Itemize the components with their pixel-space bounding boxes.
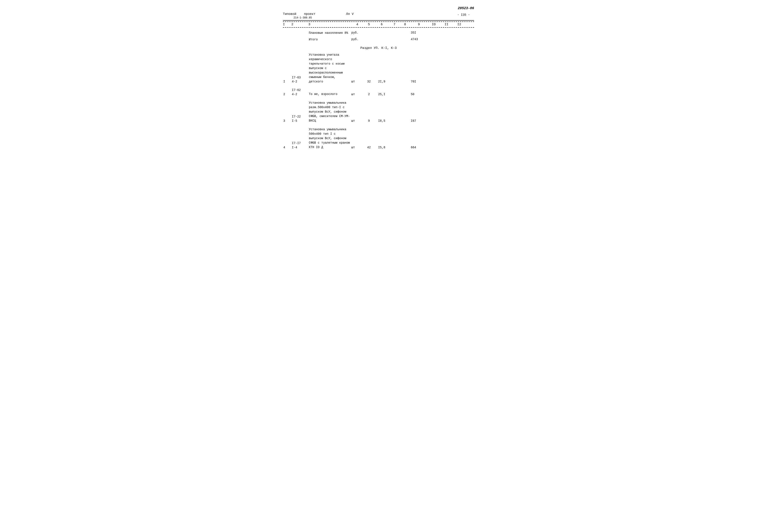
item1-desc: Установка унитаза керамического тарельча… xyxy=(308,52,351,84)
sum2-unit: руб. xyxy=(351,37,364,42)
section-title: Раздел УП. К-I, К-3 xyxy=(283,46,474,50)
item1-c7 xyxy=(389,84,400,84)
col-header-8: 8 xyxy=(400,23,410,26)
item1-c10 xyxy=(427,84,440,84)
summary-row-1: Плановые накопления 8% руб. 35I xyxy=(283,31,474,36)
item4-price: I5,8 xyxy=(374,145,389,150)
sum1-c12 xyxy=(453,31,466,31)
page: 20523-06 Типовой проект Лл V 214-1-309.8… xyxy=(283,6,474,150)
item3-total: I67 xyxy=(410,119,427,123)
item4-total: 664 xyxy=(410,145,427,150)
sum2-c1 xyxy=(283,37,291,38)
item2-c7 xyxy=(389,96,400,97)
proekt-label: проект xyxy=(304,12,316,16)
item1-c11 xyxy=(440,84,453,84)
col-header-4: 4 xyxy=(351,23,364,26)
sum1-c10 xyxy=(427,31,440,31)
sum2-c12 xyxy=(453,37,466,38)
item4-c7 xyxy=(389,149,400,150)
title-left: Типовой проект Лл V 214-1-309.85 xyxy=(283,12,354,19)
sum2-c7 xyxy=(389,37,400,38)
col-header-5: 5 xyxy=(364,23,374,26)
item1-qty: 32 xyxy=(364,79,374,84)
sum1-c8 xyxy=(400,31,410,31)
item3-c8 xyxy=(400,123,410,123)
column-headers: I 2 3 4 5 6 7 8 9 IO II I2 xyxy=(283,21,474,28)
col-header-10: IO xyxy=(427,23,440,26)
item1-total: 70I xyxy=(410,79,427,84)
sum2-c2 xyxy=(291,37,308,38)
sub-label: 214-1-309.85 xyxy=(293,16,312,19)
item-row-4: 4 I7-I7 I-4 Установка умывальника 500х40… xyxy=(283,127,474,150)
summary-row-2: Итого руб. 4743 xyxy=(283,37,474,42)
item3-unit: шт xyxy=(351,119,364,123)
sum1-c5 xyxy=(364,31,374,31)
item4-unit: шт xyxy=(351,145,364,150)
sum1-c11 xyxy=(440,31,453,31)
sum2-c10 xyxy=(427,37,440,38)
item3-num: 3 xyxy=(283,119,291,123)
item4-c12 xyxy=(453,149,466,150)
tipovoy-label: Типовой xyxy=(283,12,296,16)
col-header-7: 7 xyxy=(389,23,400,26)
item3-code: I7-22 I-5 xyxy=(291,114,308,123)
col-header-9: 9 xyxy=(410,23,427,26)
doc-number: 20523-06 xyxy=(283,6,474,10)
sum1-c1 xyxy=(283,31,291,31)
item2-c10 xyxy=(427,96,440,97)
item4-c10 xyxy=(427,149,440,150)
title-label: Типовой проект Лл V 214-1-309.85 xyxy=(283,12,354,19)
item3-desc: Установка умывальника разм.500х400 тип-I… xyxy=(308,101,351,123)
sum1-total: 35I xyxy=(410,31,427,35)
sum2-c6 xyxy=(374,37,389,38)
item1-code: I7-63 4-2 xyxy=(291,76,308,84)
item2-num: 2 xyxy=(283,92,291,97)
col-header-12: I2 xyxy=(453,23,466,26)
item4-code: I7-I7 I-4 xyxy=(291,141,308,150)
item2-code: I7-62 4-2 xyxy=(291,88,308,97)
item-row-2: 2 I7-62 4-2 То же, взрослого шт 2 25,I 5… xyxy=(283,88,474,97)
sum2-desc: Итого xyxy=(308,37,351,42)
table-body: I I7-63 4-2 Установка унитаза керамическ… xyxy=(283,52,474,150)
item-row-1: I I7-63 4-2 Установка унитаза керамическ… xyxy=(283,52,474,84)
sum1-c7 xyxy=(389,31,400,31)
header-block: Типовой проект Лл V 214-1-309.85 - I35 - xyxy=(283,12,474,19)
item4-desc: Установка умывальника 500х400 тип I с вы… xyxy=(308,127,351,150)
item3-c11 xyxy=(440,123,453,123)
sum1-c2 xyxy=(291,31,308,31)
summary-section: Плановые накопления 8% руб. 35I Итого ру… xyxy=(283,31,474,42)
item2-c11 xyxy=(440,96,453,97)
sum2-total: 4743 xyxy=(410,37,427,42)
item3-qty: 9 xyxy=(364,119,374,123)
item2-desc: То же, взрослого xyxy=(308,92,351,97)
col-header-11: II xyxy=(440,23,453,26)
item2-total: 50 xyxy=(410,92,427,97)
item3-c12 xyxy=(453,123,466,123)
item3-price: I8,5 xyxy=(374,119,389,123)
col-header-3: 3 xyxy=(308,23,351,26)
item2-c12 xyxy=(453,96,466,97)
sum2-c11 xyxy=(440,37,453,38)
item1-c12 xyxy=(453,84,466,84)
sum1-desc: Плановые накопления 8% xyxy=(308,31,351,36)
item4-c11 xyxy=(440,149,453,150)
item1-unit: шт xyxy=(351,79,364,84)
sum2-c5 xyxy=(364,37,374,38)
item2-qty: 2 xyxy=(364,92,374,97)
item4-qty: 42 xyxy=(364,145,374,150)
item4-c8 xyxy=(400,149,410,150)
ll-v-label: Лл V xyxy=(346,12,354,16)
col-header-1: I xyxy=(283,23,291,26)
col-header-6: 6 xyxy=(374,23,389,26)
item1-price: 2I,9 xyxy=(374,79,389,84)
item2-c8 xyxy=(400,96,410,97)
item2-price: 25,I xyxy=(374,92,389,97)
item3-c10 xyxy=(427,123,440,123)
item2-unit: шт xyxy=(351,92,364,97)
sum1-unit: руб. xyxy=(351,31,364,35)
item-row-3: 3 I7-22 I-5 Установка умывальника разм.5… xyxy=(283,101,474,123)
item1-num: I xyxy=(283,79,291,84)
col-header-2: 2 xyxy=(291,23,308,26)
sum2-c8 xyxy=(400,37,410,38)
top-separator xyxy=(283,20,474,20)
